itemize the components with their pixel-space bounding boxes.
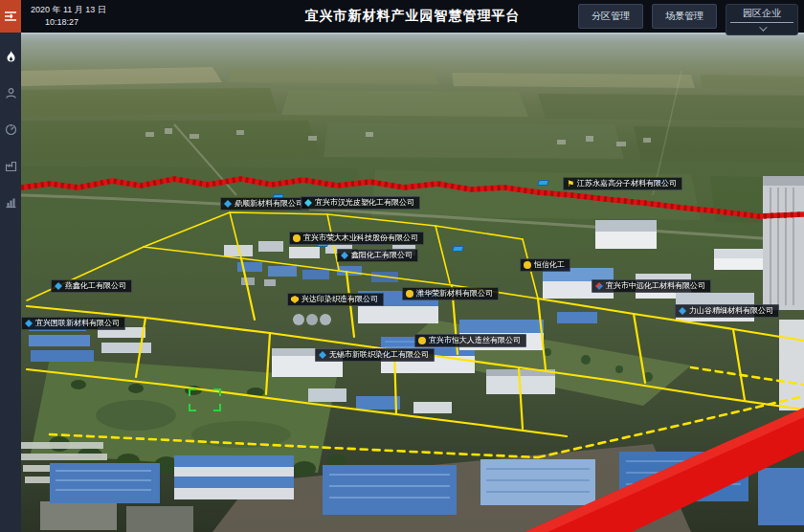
bar-chart-icon (5, 196, 17, 209)
selection-corner (213, 404, 221, 411)
map-label-text: 恒信化工 (534, 261, 565, 269)
map-label[interactable]: 兴达印染织造有限公司 (287, 293, 384, 306)
diamond-blue-icon (341, 252, 348, 259)
tool-user-button[interactable] (0, 80, 21, 105)
gem-red-blue-icon (595, 282, 603, 290)
map-label[interactable]: 宜兴国联新材料有限公司 (21, 317, 125, 330)
map-label-text: 宜兴市中远化工材料有限公司 (606, 282, 705, 290)
date-text: 2020 年 11 月 13 日 (31, 4, 106, 16)
diamond-blue-icon (679, 307, 686, 315)
app-window: 2020 年 11 月 13 日 10:18:27 宜兴市新材料产业园智慧管理平… (0, 0, 804, 532)
map-label[interactable]: 鑫阳化工有限公司 (337, 249, 418, 262)
tool-fire-button[interactable] (0, 44, 21, 69)
selection-corner (189, 388, 196, 396)
map-label-text: 鼎顺新材料有限公司 (234, 200, 303, 208)
datetime: 2020 年 11 月 13 日 10:18:27 (31, 4, 106, 29)
tool-chart-button[interactable] (0, 189, 21, 214)
emblem-yellow-icon (406, 290, 413, 298)
map-label[interactable]: 鼎顺新材料有限公司 (220, 197, 309, 211)
emblem-yellow-icon (293, 234, 301, 242)
emblem-yellow-icon (418, 337, 426, 344)
park-enterprise-dropdown[interactable]: 园区企业 (726, 4, 798, 35)
zone-management-button[interactable]: 分区管理 (578, 4, 643, 29)
scene-management-button[interactable]: 场景管理 (652, 4, 717, 29)
left-toolbar (0, 0, 21, 532)
menu-icon (4, 11, 17, 22)
selection-corner (189, 404, 196, 411)
main-area: 2020 年 11 月 13 日 10:18:27 宜兴市新材料产业园智慧管理平… (21, 0, 804, 532)
map-label[interactable]: 无锡市新联织染化工有限公司 (315, 348, 435, 362)
map-label-text: 燕鑫化工有限公司 (65, 282, 126, 290)
diamond-blue-icon (319, 351, 326, 359)
top-header: 2020 年 11 月 13 日 10:18:27 宜兴市新材料产业园智慧管理平… (21, 0, 804, 33)
vehicle-icon[interactable] (452, 246, 464, 252)
dropdown-label: 园区企业 (730, 7, 793, 23)
map-label-text: 潍华荣新材料有限公司 (416, 290, 493, 298)
map-label-text: 宜兴市荣大木业科技股份有限公司 (303, 234, 418, 242)
diamond-blue-icon (55, 282, 62, 290)
selection-corner (213, 388, 221, 396)
tool-gauge-button[interactable] (0, 117, 21, 142)
map-label[interactable]: 宜兴市中远化工材料有限公司 (592, 279, 711, 293)
map-label[interactable]: 恒信化工 (520, 258, 570, 272)
tool-factory-button[interactable] (0, 153, 21, 178)
map-label[interactable]: 燕鑫化工有限公司 (51, 279, 132, 293)
diamond-blue-icon (224, 200, 232, 208)
map-label-text: 宜兴市汉光皮塑化工有限公司 (315, 199, 414, 207)
selection-box (189, 388, 221, 411)
map-label-text: 江苏永嘉高分子材料有限公司 (577, 180, 677, 188)
vehicle-icon[interactable] (537, 180, 549, 186)
map-label[interactable]: 宜兴市荣大木业科技股份有限公司 (289, 232, 424, 245)
shield-yellow-icon (291, 296, 299, 303)
gauge-icon (5, 123, 17, 136)
map-3d-scene[interactable]: 鼎顺新材料有限公司宜兴市汉光皮塑化工有限公司宜兴市荣大木业科技股份有限公司鑫阳化… (21, 33, 804, 532)
mountain-cyan-icon (304, 199, 312, 207)
map-label[interactable]: ⚑江苏永嘉高分子材料有限公司 (563, 177, 682, 190)
flag-yellow-icon: ⚑ (567, 180, 574, 188)
map-label-text: 宜兴市恒大人造丝有限公司 (429, 337, 521, 344)
map-label[interactable]: 宜兴市恒大人造丝有限公司 (414, 334, 526, 347)
diamond-blue-icon (25, 320, 33, 327)
flame-icon (5, 50, 17, 63)
emblem-yellow-icon (524, 261, 531, 269)
chevron-down-icon (759, 23, 767, 31)
time-text: 10:18:27 (45, 16, 106, 29)
user-icon (5, 87, 17, 100)
map-label-text: 宜兴国联新材料有限公司 (35, 320, 120, 327)
factory-icon (5, 160, 17, 172)
map-label[interactable]: 潍华荣新材料有限公司 (402, 287, 499, 300)
map-label-text: 兴达印染织造有限公司 (302, 296, 378, 303)
header-actions: 分区管理 场景管理 园区企业 (578, 4, 798, 35)
map-label-text: 力山谷精细材料有限公司 (689, 307, 773, 315)
map-label[interactable]: 力山谷精细材料有限公司 (675, 304, 779, 318)
map-label-text: 鑫阳化工有限公司 (351, 252, 413, 259)
menu-button[interactable] (0, 0, 21, 33)
map-label-text: 无锡市新联织染化工有限公司 (329, 351, 429, 359)
map-label[interactable]: 宜兴市汉光皮塑化工有限公司 (301, 196, 420, 210)
